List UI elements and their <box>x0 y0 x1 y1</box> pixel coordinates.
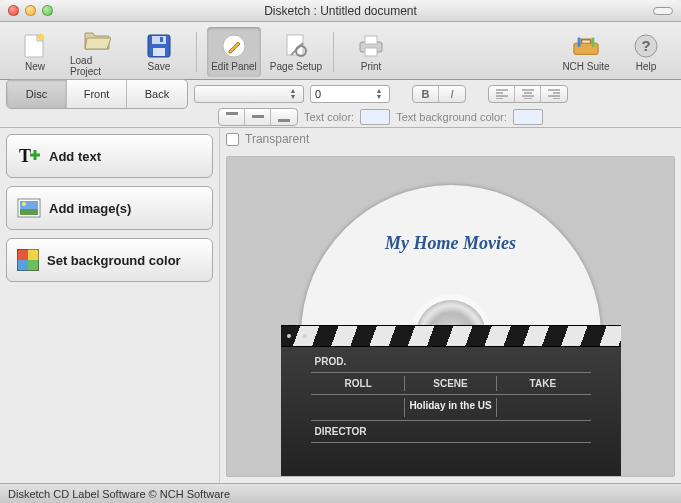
svg-rect-23 <box>20 208 38 215</box>
add-image-button[interactable]: Add image(s) <box>6 186 213 230</box>
color-grid-icon <box>17 249 39 271</box>
add-text-icon: T <box>17 144 41 168</box>
transparent-checkbox[interactable] <box>226 133 239 146</box>
status-bar: Disketch CD Label Software © NCH Softwar… <box>0 483 681 503</box>
save-button[interactable]: Save <box>132 27 186 77</box>
load-project-button[interactable]: Load Project <box>70 27 124 77</box>
preview-area: Transparent My Home Movies PROD. ROLL SC… <box>220 128 681 483</box>
printer-icon <box>357 32 385 60</box>
minimize-window-button[interactable] <box>25 5 36 16</box>
toolbox-icon <box>572 32 600 60</box>
format-bar: Disc Front Back ▲▼ 0▲▼ B I Text color: T… <box>0 80 681 128</box>
svg-rect-10 <box>365 36 377 44</box>
toolbar-toggle-pill[interactable] <box>653 7 673 15</box>
svg-rect-13 <box>578 37 581 46</box>
zoom-window-button[interactable] <box>42 5 53 16</box>
new-document-icon <box>21 32 49 60</box>
edit-panel-button[interactable]: Edit Panel <box>207 27 261 77</box>
status-text: Disketch CD Label Software © NCH Softwar… <box>8 488 230 500</box>
align-left-button[interactable] <box>489 86 515 102</box>
svg-rect-26 <box>17 249 28 260</box>
folder-open-icon <box>83 27 111 54</box>
sidebar: T Add text Add image(s) Set background c… <box>0 128 220 483</box>
bold-button[interactable]: B <box>413 86 439 102</box>
italic-button[interactable]: I <box>439 86 465 102</box>
titlebar: Disketch : Untitled document <box>0 0 681 22</box>
view-tabs: Disc Front Back <box>6 79 188 109</box>
valign-segment <box>218 108 298 126</box>
new-button[interactable]: New <box>8 27 62 77</box>
svg-rect-28 <box>17 260 28 271</box>
svg-rect-14 <box>592 37 595 46</box>
help-button[interactable]: ? Help <box>619 27 673 77</box>
disc-preview[interactable]: My Home Movies PROD. ROLL SCENE TAKE H <box>301 185 601 478</box>
pencil-circle-icon <box>220 32 248 60</box>
text-color-label: Text color: <box>304 111 354 123</box>
canvas[interactable]: My Home Movies PROD. ROLL SCENE TAKE H <box>226 156 675 477</box>
clapperboard-image[interactable]: PROD. ROLL SCENE TAKE Holiday in the US … <box>281 325 621 478</box>
svg-rect-27 <box>28 249 39 260</box>
svg-text:T: T <box>19 146 31 166</box>
transparent-label: Transparent <box>245 132 309 146</box>
window-controls <box>8 5 53 16</box>
close-window-button[interactable] <box>8 5 19 16</box>
main-toolbar: New Load Project Save Edit Panel Pa <box>0 22 681 80</box>
svg-rect-17 <box>226 112 238 115</box>
page-setup-icon <box>282 32 310 60</box>
text-bgcolor-label: Text background color: <box>396 111 507 123</box>
add-text-button[interactable]: T Add text <box>6 134 213 178</box>
svg-rect-5 <box>160 37 163 42</box>
valign-top-button[interactable] <box>219 109 245 125</box>
page-setup-button[interactable]: Page Setup <box>269 27 323 77</box>
svg-text:?: ? <box>641 37 650 54</box>
disc-title-text[interactable]: My Home Movies <box>301 233 601 254</box>
font-select[interactable]: ▲▼ <box>194 85 304 103</box>
floppy-disk-icon <box>145 32 173 60</box>
svg-point-25 <box>22 202 26 206</box>
svg-rect-12 <box>574 43 598 54</box>
align-right-button[interactable] <box>541 86 567 102</box>
tab-back[interactable]: Back <box>127 80 187 108</box>
set-bgcolor-button[interactable]: Set background color <box>6 238 213 282</box>
tab-front[interactable]: Front <box>67 80 127 108</box>
text-color-swatch[interactable] <box>360 109 390 125</box>
svg-rect-3 <box>152 36 166 44</box>
svg-rect-11 <box>365 48 377 56</box>
nch-suite-button[interactable]: NCH Suite <box>559 27 613 77</box>
print-button[interactable]: Print <box>344 27 398 77</box>
font-size-input[interactable]: 0▲▼ <box>310 85 390 103</box>
client-area: T Add text Add image(s) Set background c… <box>0 128 681 483</box>
align-center-button[interactable] <box>515 86 541 102</box>
picture-icon <box>17 198 41 218</box>
help-icon: ? <box>632 32 660 60</box>
valign-bottom-button[interactable] <box>271 109 297 125</box>
window-title: Disketch : Untitled document <box>0 4 681 18</box>
svg-rect-29 <box>28 260 39 271</box>
valign-middle-button[interactable] <box>245 109 271 125</box>
align-segment <box>488 85 568 103</box>
style-segment: B I <box>412 85 466 103</box>
svg-point-1 <box>38 34 44 40</box>
text-bgcolor-swatch[interactable] <box>513 109 543 125</box>
svg-rect-19 <box>278 119 290 122</box>
svg-rect-18 <box>252 115 264 118</box>
svg-rect-4 <box>153 48 165 56</box>
tab-disc[interactable]: Disc <box>7 80 67 108</box>
